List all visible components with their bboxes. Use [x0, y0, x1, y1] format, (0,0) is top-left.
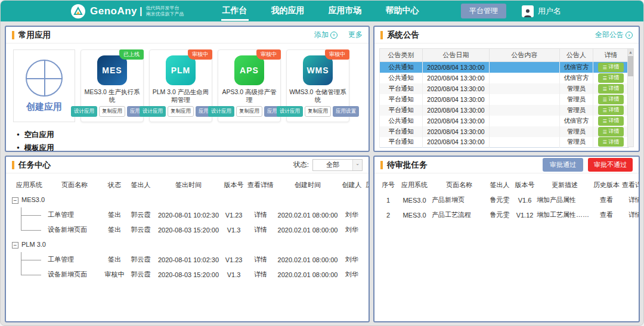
col-detail[interactable]: 详情	[593, 49, 629, 62]
create-app-card[interactable]: 创建应用	[13, 49, 75, 122]
announcement-row[interactable]: 平台通知 2020/08/04 13:30:00 管理员 详情	[380, 94, 629, 105]
history-link[interactable]: 查看	[593, 207, 620, 222]
app-card-mes[interactable]: 已上线 MES MES3.0 生产执行系统 设计应用 复制应用 应用设置	[80, 49, 144, 122]
template-app-item[interactable]: 模板应用	[17, 141, 75, 152]
app-settings-button[interactable]: 应用设置	[333, 106, 359, 117]
accent-bar	[12, 31, 14, 39]
detail-button[interactable]: 详情	[598, 84, 623, 94]
detail-link[interactable]: 详情	[246, 252, 275, 267]
nav-tab-my-apps[interactable]: 我的应用	[270, 1, 306, 21]
status-badge: 审核中	[325, 49, 349, 60]
collapse-icon[interactable]	[12, 197, 18, 204]
announcement-row[interactable]: 平台通知 2020/08/04 13:30:00 管理员 详情	[380, 105, 629, 116]
approval-row[interactable]: 1 MES3.0 产品新增页 鲁元雯 V1.6 增加产品属性 查看 详情	[379, 193, 640, 207]
all-announcements-link[interactable]: 全部公告	[595, 30, 633, 40]
apps-body: 创建应用 空白应用 模板应用 已上线 MES MES3.0 生产执行系统 设计应…	[6, 44, 369, 152]
task-center-panel: 任务中心 状态: 全部 应用系统 页面名称	[5, 156, 370, 322]
history-link[interactable]: 查看	[364, 222, 369, 237]
detail-link[interactable]: 详情	[620, 193, 640, 207]
group-row[interactable]: MES3.0	[12, 193, 369, 207]
list-icon	[602, 139, 606, 145]
copy-app-button[interactable]: 复制应用	[236, 106, 262, 117]
scrollbar-thumb[interactable]	[628, 56, 633, 76]
app-name: MES3.0 生产执行系统	[81, 88, 143, 104]
announcement-row[interactable]: 平台通知 2020/08/04 13:30:00 管理员 详情	[380, 137, 629, 148]
more-apps-link[interactable]: 更多	[348, 30, 363, 40]
design-app-button[interactable]: 设计应用	[208, 106, 234, 117]
detail-link[interactable]: 详情	[246, 222, 275, 237]
task-row[interactable]: 工单管理 签出 郭云霞 2020-08-01 10:02:30 V1.23 详情…	[12, 207, 369, 222]
design-app-button[interactable]: 设计应用	[71, 106, 97, 117]
blank-app-item[interactable]: 空白应用	[17, 128, 75, 141]
history-link[interactable]: 查看	[593, 193, 620, 207]
approvals-table: 序号 应用系统 页面名称 签出人 版本号 更新描述 历史版本 查看详情 1 ME…	[379, 177, 640, 222]
platform-admin-button[interactable]: 平台管理	[461, 4, 506, 18]
add-icon	[330, 32, 338, 39]
scroll-up-icon[interactable]	[628, 49, 633, 55]
design-app-button[interactable]: 设计应用	[140, 106, 166, 117]
app-card-wms[interactable]: 审核中 WMS WMS3.0 仓储管理系统 设计应用 复制应用 应用设置	[286, 49, 349, 122]
detail-button[interactable]: 详情	[598, 137, 623, 147]
detail-button[interactable]: 详情	[598, 116, 623, 126]
announcement-row[interactable]: 公共通知 2020/08/04 13:30:00 优倍官方 详情	[380, 62, 629, 73]
announcement-row[interactable]: 公共通知 2020/08/04 13:30:00 优倍官方 详情	[380, 73, 629, 83]
detail-button[interactable]: 详情	[598, 127, 623, 136]
status-filter-label: 状态:	[293, 160, 309, 169]
detail-link[interactable]: 详情	[620, 207, 640, 222]
brand-name: GenoAny	[90, 5, 137, 17]
approvals-body: 序号 应用系统 页面名称 签出人 版本号 更新描述 历史版本 查看详情 1 ME…	[374, 173, 639, 222]
vertical-scrollbar[interactable]	[627, 48, 634, 147]
detail-link[interactable]: 详情	[246, 207, 275, 222]
announcement-row[interactable]: 平台通知 2020/08/04 13:30:00 管理员 详情	[380, 126, 629, 137]
status-filter-select[interactable]: 全部	[312, 159, 363, 171]
detail-link[interactable]: 详情	[246, 267, 275, 282]
logo[interactable]: GenoAny | 低代码开发平台 南京优倍旗下产品	[71, 4, 184, 18]
detail-button[interactable]: 详情	[598, 73, 623, 83]
history-link[interactable]: 查看	[364, 207, 369, 222]
col-date[interactable]: 公告日期	[423, 49, 490, 62]
col-content[interactable]: 公告内容	[490, 49, 560, 62]
nav-tab-workbench[interactable]: 工作台	[221, 1, 249, 21]
add-app-link[interactable]: 添加	[314, 30, 338, 40]
task-row[interactable]: 设备新增页面 审核中 郭云霞 2020-08-03 15:20:00 V1.3 …	[12, 267, 369, 282]
tagline-line2: 南京优倍旗下产品	[146, 11, 184, 17]
approvals-panel: 待审批任务 审批通过 审批不通过 序号 应用系统 页面名称 签出人 版本号 更新…	[373, 156, 640, 322]
design-app-button[interactable]: 设计应用	[277, 106, 303, 117]
approval-row[interactable]: 2 MES3.0 产品工艺流程 鲁元雯 V1.12 增加工艺属性…… 查看 详情	[379, 207, 640, 222]
app-name: APS3.0 高级排产管理	[218, 88, 280, 104]
col-publisher[interactable]: 公告人	[560, 49, 593, 62]
detail-button[interactable]: 详情	[598, 95, 623, 104]
nav-tab-help-center[interactable]: 帮助中心	[385, 1, 420, 21]
detail-button[interactable]: 详情	[598, 105, 623, 115]
common-apps-panel: 常用应用 添加 更多 创建应用	[5, 26, 370, 152]
announcement-row[interactable]: 公共通知 2020/08/04 13:30:00 优倍官方 详情	[380, 116, 629, 126]
app-card-plm[interactable]: 审核中 PLM PLM 3.0 产品生命周期管理 设计应用 复制应用 应用设置	[149, 49, 212, 122]
announcements-header: 系统公告 全部公告	[374, 27, 639, 44]
announcements-title: 系统公告	[387, 30, 419, 41]
app-name: WMS3.0 仓储管理系统	[287, 88, 349, 104]
reject-button[interactable]: 审批不通过	[588, 158, 633, 172]
app-card-aps[interactable]: 审核中 APS APS3.0 高级排产管理 设计应用 复制应用 应用设置	[218, 49, 281, 122]
collapse-icon[interactable]	[12, 242, 18, 249]
col-category[interactable]: 公告类别	[380, 49, 423, 62]
detail-button[interactable]: 详情	[598, 63, 623, 72]
status-badge: 审核中	[256, 49, 281, 60]
copy-app-button[interactable]: 复制应用	[99, 106, 125, 117]
announcement-row[interactable]: 平台通知 2020/08/04 13:30:00 管理员 详情	[380, 83, 629, 94]
plm-app-icon: PLM	[166, 55, 196, 85]
copy-app-button[interactable]: 复制应用	[168, 106, 194, 117]
wms-app-icon: WMS	[303, 55, 333, 85]
copy-app-button[interactable]: 复制应用	[305, 106, 331, 117]
history-link[interactable]: 查看	[364, 267, 369, 282]
user-menu[interactable]: 用户名	[522, 5, 561, 17]
approve-button[interactable]: 审批通过	[543, 158, 583, 172]
history-link[interactable]: 查看	[364, 252, 369, 267]
nav-tab-app-market[interactable]: 应用市场	[327, 1, 363, 21]
task-row[interactable]: 设备新增页面 签出 郭云霞 2020-08-03 15:20:00 V1.3 详…	[12, 222, 369, 237]
main-nav: 工作台 我的应用 应用市场 帮助中心	[221, 1, 420, 21]
dashboard-grid: 常用应用 添加 更多 创建应用	[1, 21, 643, 326]
approvals-title: 待审批任务	[387, 160, 428, 170]
task-center-title: 任务中心	[18, 160, 51, 170]
task-row[interactable]: 工单管理 签出 郭云霞 2020-08-01 10:02:30 V1.23 详情…	[12, 252, 369, 267]
group-row[interactable]: PLM 3.0	[12, 237, 369, 252]
